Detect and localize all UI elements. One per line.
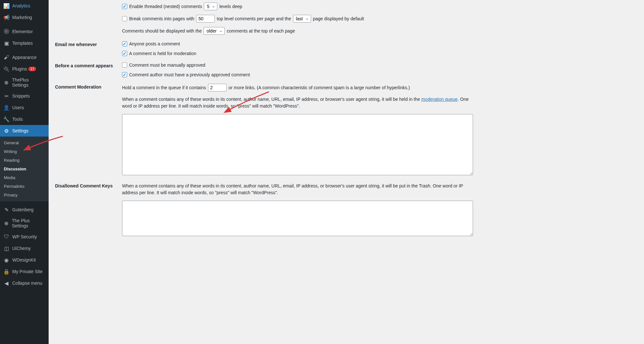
before-manual-checkbox[interactable] xyxy=(122,62,127,68)
order-select[interactable]: older xyxy=(204,27,225,35)
sidebar-item-elementor[interactable]: ⓔ Elementor xyxy=(0,26,49,37)
submenu-writing[interactable]: Writing xyxy=(0,147,49,156)
sidebar-item-security[interactable]: 🛡 WP Security xyxy=(0,231,49,243)
sidebar-label: WP Security xyxy=(12,234,37,239)
settings-icon: ⚙ xyxy=(3,128,10,134)
shield-icon: 🛡 xyxy=(3,234,10,240)
disallowed-textarea[interactable] xyxy=(122,201,473,236)
pagination-label: Break comments into pages with xyxy=(129,16,194,21)
sidebar-label: Analytics xyxy=(12,3,30,8)
pagination-suffix: page displayed by default xyxy=(313,16,364,21)
sidebar-item-theplus[interactable]: ⊕ ThePlus Settings xyxy=(0,75,49,90)
sidebar-item-marketing[interactable]: 📢 Marketing xyxy=(0,12,49,23)
submenu-reading[interactable]: Reading xyxy=(0,156,49,165)
sidebar-label: UiChemy xyxy=(12,246,31,250)
submenu-media[interactable]: Media xyxy=(0,173,49,182)
elementor-icon: ⓔ xyxy=(3,28,10,35)
order-suffix: comments at the top of each page xyxy=(227,28,295,33)
sidebar-label: Appearance xyxy=(12,55,37,60)
submenu-general[interactable]: General xyxy=(0,139,49,147)
users-icon: 👤 xyxy=(3,104,10,111)
moderation-textarea[interactable] xyxy=(122,114,473,175)
disallowed-heading: Disallowed Comment Keys xyxy=(55,183,122,188)
sidebar-label: Users xyxy=(12,105,24,110)
sidebar-item-uichemy[interactable]: ◫ UiChemy xyxy=(0,243,49,250)
threaded-depth-select[interactable]: 5 xyxy=(204,3,217,10)
row-other-settings-continued: Enable threaded (nested) comments 5 leve… xyxy=(55,3,638,35)
sidebar-label: ThePlus Settings xyxy=(12,77,45,88)
moderation-heading: Comment Moderation xyxy=(55,84,122,90)
sidebar-item-theplus2[interactable]: ⊕ The Plus Settings xyxy=(0,215,49,231)
theplus2-icon: ⊕ xyxy=(3,220,9,226)
before-manual-label: Comment must be manually approved xyxy=(129,62,205,68)
disallowed-desc: When a comment contains any of these wor… xyxy=(122,183,473,196)
before-heading: Before a comment appears xyxy=(55,62,122,68)
sidebar-label: Marketing xyxy=(12,15,32,20)
before-prev-checkbox[interactable] xyxy=(122,72,127,77)
sidebar-label: Tools xyxy=(12,117,23,122)
pagination-mid: top level comments per page and the xyxy=(217,16,291,21)
plugins-icon: 🔌 xyxy=(3,66,10,72)
email-held-label: A comment is held for moderation xyxy=(129,51,196,56)
sidebar-item-settings[interactable]: ⚙ Settings xyxy=(0,125,49,137)
threaded-suffix: levels deep xyxy=(219,4,242,9)
submenu-privacy[interactable]: Privacy xyxy=(0,191,49,199)
analytics-icon: 📊 xyxy=(3,3,10,9)
moderation-suffix: or more links. (A common characteristic … xyxy=(229,85,410,90)
sidebar-label: Snippets xyxy=(12,93,30,99)
sidebar-item-analytics[interactable]: 📊 Analytics xyxy=(0,0,49,12)
row-moderation: Comment Moderation Hold a comment in the… xyxy=(55,84,638,176)
row-email: Email me whenever Anyone posts a comment… xyxy=(55,41,638,56)
sidebar-label: Templates xyxy=(12,41,33,46)
uichemy-icon: ◫ xyxy=(3,245,10,250)
tools-icon: 🔧 xyxy=(3,116,10,122)
sidebar-item-snippets[interactable]: ✂ Snippets xyxy=(0,90,49,102)
sidebar-label: Plugins xyxy=(12,66,27,72)
settings-content: Enable threaded (nested) comments 5 leve… xyxy=(49,3,644,250)
email-anyone-label: Anyone posts a comment xyxy=(129,41,180,46)
plugins-badge: 17 xyxy=(28,67,36,71)
moderation-links-input[interactable] xyxy=(208,84,227,91)
submenu-discussion[interactable]: Discussion xyxy=(0,165,49,173)
theplus-icon: ⊕ xyxy=(3,79,10,86)
settings-submenu: General Writing Reading Discussion Media… xyxy=(0,137,49,201)
row-disallowed: Disallowed Comment Keys When a comment c… xyxy=(55,183,638,237)
sidebar-item-appearance[interactable]: 🖌 Appearance xyxy=(0,52,49,63)
before-prev-label: Comment author must have a previously ap… xyxy=(129,72,250,77)
pagination-count-input[interactable] xyxy=(196,15,215,23)
marketing-icon: 📢 xyxy=(3,14,10,21)
threaded-checkbox[interactable] xyxy=(122,4,127,9)
sidebar-label: Settings xyxy=(12,128,29,133)
sidebar-item-plugins[interactable]: 🔌 Plugins 17 xyxy=(0,63,49,75)
snippets-icon: ✂ xyxy=(3,93,10,99)
pagination-page-select[interactable]: last xyxy=(293,15,311,23)
pagination-checkbox[interactable] xyxy=(122,16,127,21)
sidebar-item-tools[interactable]: 🔧 Tools xyxy=(0,113,49,125)
email-anyone-checkbox[interactable] xyxy=(122,41,127,46)
row-before: Before a comment appears Comment must be… xyxy=(55,62,638,77)
email-heading: Email me whenever xyxy=(55,41,122,47)
sidebar-item-gutenberg[interactable]: ✎ Gutenberg xyxy=(0,204,49,215)
gutenberg-icon: ✎ xyxy=(3,206,10,213)
sidebar-item-users[interactable]: 👤 Users xyxy=(0,102,49,113)
sidebar-label: Elementor xyxy=(12,29,33,34)
moderation-queue-link[interactable]: moderation queue xyxy=(421,97,458,102)
sidebar-item-templates[interactable]: ▣ Templates xyxy=(0,37,49,49)
appearance-icon: 🖌 xyxy=(3,54,10,61)
sidebar-label: The Plus Settings xyxy=(12,218,45,228)
moderation-prefix: Hold a comment in the queue if it contai… xyxy=(122,85,206,90)
moderation-desc: When a comment contains any of these wor… xyxy=(122,96,473,110)
threaded-label: Enable threaded (nested) comments xyxy=(129,4,202,9)
order-prefix: Comments should be displayed with the xyxy=(122,28,202,33)
email-held-checkbox[interactable] xyxy=(122,51,127,56)
sidebar-label: Gutenberg xyxy=(12,207,33,212)
admin-sidebar: 📊 Analytics 📢 Marketing ⓔ Elementor ▣ Te… xyxy=(0,0,49,250)
templates-icon: ▣ xyxy=(3,40,10,46)
submenu-permalinks[interactable]: Permalinks xyxy=(0,182,49,191)
